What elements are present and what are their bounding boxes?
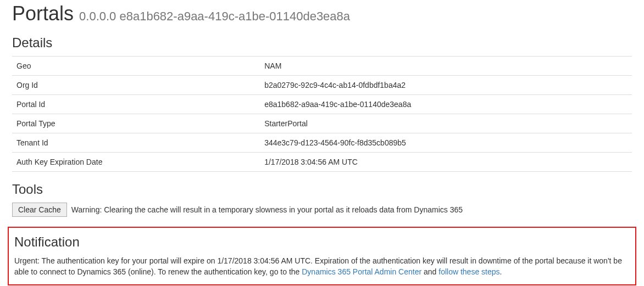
details-heading: Details: [12, 35, 632, 51]
clear-cache-button[interactable]: Clear Cache: [12, 203, 67, 217]
page-title: Portals 0.0.0.0 e8a1b682-a9aa-419c-a1be-…: [12, 2, 632, 25]
tools-heading: Tools: [12, 182, 632, 197]
details-label: Auth Key Expiration Date: [12, 153, 260, 172]
details-value: 344e3c79-d123-4564-90fc-f8d35cb089b5: [260, 133, 632, 153]
details-row-portalid: Portal Id e8a1b682-a9aa-419c-a1be-01140d…: [12, 95, 632, 114]
details-value: 1/17/2018 3:04:56 AM UTC: [260, 153, 632, 172]
details-value: b2a0279c-92c9-4c4c-ab14-0fdbdf1ba4a2: [260, 76, 632, 95]
notification-body: Urgent: The authentication key for your …: [14, 255, 630, 278]
page-title-text: Portals: [12, 2, 74, 25]
details-label: Portal Id: [12, 95, 260, 114]
details-label: Org Id: [12, 76, 260, 95]
details-value: NAM: [260, 57, 632, 76]
details-value: StarterPortal: [260, 114, 632, 133]
details-table: Geo NAM Org Id b2a0279c-92c9-4c4c-ab14-0…: [12, 56, 632, 172]
details-label: Tenant Id: [12, 133, 260, 153]
admin-center-link[interactable]: Dynamics 365 Portal Admin Center: [302, 267, 421, 276]
details-row-tenantid: Tenant Id 344e3c79-d123-4564-90fc-f8d35c…: [12, 133, 632, 153]
notification-text-mid: and: [421, 267, 438, 276]
details-row-geo: Geo NAM: [12, 57, 632, 76]
page-subtitle: 0.0.0.0 e8a1b682-a9aa-419c-a1be-01140de3…: [79, 9, 350, 23]
notification-box: Notification Urgent: The authentication …: [8, 227, 636, 285]
details-row-authkey: Auth Key Expiration Date 1/17/2018 3:04:…: [12, 153, 632, 172]
clear-cache-warning: Warning: Clearing the cache will result …: [71, 205, 463, 214]
follow-steps-link[interactable]: follow these steps: [438, 267, 499, 276]
notification-heading: Notification: [14, 234, 630, 250]
details-label: Geo: [12, 57, 260, 76]
details-value: e8a1b682-a9aa-419c-a1be-01140de3ea8a: [260, 95, 632, 114]
details-row-orgid: Org Id b2a0279c-92c9-4c4c-ab14-0fdbdf1ba…: [12, 76, 632, 95]
notification-text-suffix: .: [500, 267, 502, 276]
tools-row: Clear Cache Warning: Clearing the cache …: [12, 203, 632, 217]
details-row-portaltype: Portal Type StarterPortal: [12, 114, 632, 133]
details-label: Portal Type: [12, 114, 260, 133]
